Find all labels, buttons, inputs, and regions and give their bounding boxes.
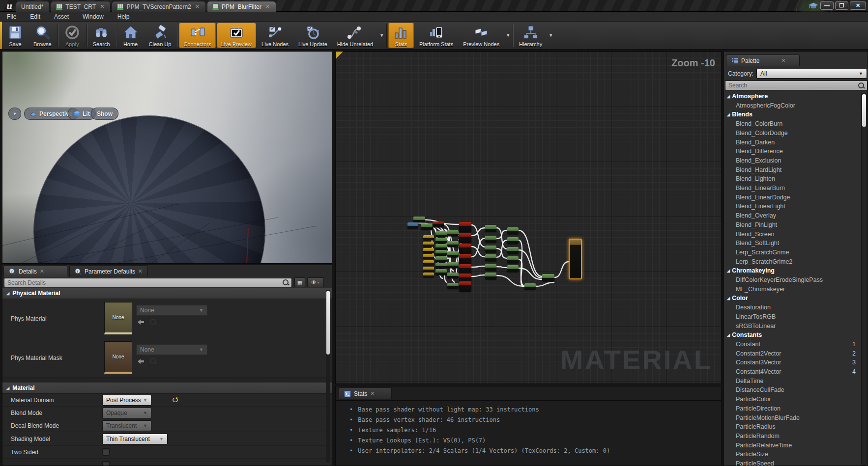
editor-tab-ppm-tvscreenpattern2[interactable]: PPM_TVScreenPattern2✕	[112, 1, 206, 12]
tab-details[interactable]: i Details ✕	[3, 265, 67, 277]
minimize-button[interactable]: —	[820, 1, 834, 10]
use-selected-arrow-icon[interactable]	[137, 319, 145, 326]
menu-window[interactable]: Window	[76, 12, 111, 22]
toolbar-button-platform-stats[interactable]: Platform Stats	[415, 23, 458, 48]
material-domain-dropdown[interactable]: Post Process▼	[102, 395, 151, 406]
palette-item-particlespeed[interactable]: ParticleSpeed	[724, 459, 863, 466]
chevron-down-icon[interactable]: ▼	[549, 33, 553, 38]
palette-item-distancecullfade[interactable]: DistanceCullFade	[724, 385, 863, 394]
phys-material-mask-thumbnail[interactable]: None	[104, 341, 132, 374]
graph-node[interactable]	[459, 264, 471, 274]
editor-tab-test-crt[interactable]: TEST_CRT✕	[51, 1, 111, 12]
palette-item-atmosphericfogcolor[interactable]: AtmosphericFogColor	[724, 101, 863, 110]
palette-item-srgbtolinear[interactable]: sRGBToLinear	[724, 322, 863, 330]
toolbar-button-hide-unrelated[interactable]: Hide Unrelated	[333, 23, 377, 48]
graph-node[interactable]	[447, 230, 459, 236]
category-dropdown[interactable]: All▼	[756, 69, 867, 79]
palette-item-lineartosrgb[interactable]: LinearTosRGB	[724, 312, 863, 321]
graph-node[interactable]	[485, 246, 496, 252]
toolbar-button-preview-nodes[interactable]: Preview Nodes	[459, 23, 504, 48]
graph-node[interactable]	[507, 265, 519, 272]
palette-item-blend-linearlight[interactable]: Blend_LinearLight	[724, 202, 863, 211]
palette-item-particlerandom[interactable]: ParticleRandom	[724, 432, 863, 440]
graph-node[interactable]	[507, 227, 519, 234]
palette-category-color[interactable]: ◢Color	[724, 294, 863, 302]
graph-node[interactable]	[423, 242, 434, 247]
material-graph[interactable]: Zoom -10 MATERIAL	[335, 51, 722, 384]
graph-node[interactable]	[507, 247, 519, 254]
preview-viewport[interactable]: ▼ Perspective Lit Show Z Y X	[2, 51, 332, 264]
palette-item-blend-overlay[interactable]: Blend_Overlay	[724, 211, 863, 220]
graph-node[interactable]	[413, 217, 425, 222]
close-icon[interactable]: ✕	[265, 3, 270, 10]
palette-item-blend-colordodge[interactable]: Blend_ColorDodge	[724, 129, 863, 137]
graph-node[interactable]	[447, 262, 459, 268]
palette-search-input[interactable]	[725, 82, 858, 89]
toolbar-button-browse[interactable]: Browse	[29, 23, 56, 48]
toolbar-button-live-preview[interactable]: Live Preview	[217, 23, 256, 48]
menu-edit[interactable]: Edit	[23, 12, 47, 22]
show-button[interactable]: Show	[91, 108, 118, 120]
graph-node[interactable]	[435, 256, 447, 262]
graph-node[interactable]	[485, 254, 496, 261]
browse-to-asset-icon[interactable]	[150, 319, 156, 325]
editor-tab-untitled[interactable]: Untitled*	[16, 1, 50, 12]
palette-item-lerp-scratchgrime[interactable]: Lerp_ScratchGrime	[724, 248, 863, 257]
graph-node[interactable]	[447, 273, 459, 278]
chevron-down-icon[interactable]: ▼	[506, 33, 510, 38]
graph-node[interactable]	[485, 273, 496, 279]
phys-material-mask-combo[interactable]: None▼	[136, 344, 207, 355]
palette-item-blend-exclusion[interactable]: Blend_Exclusion	[724, 156, 863, 165]
browse-to-asset-icon[interactable]	[150, 358, 156, 364]
palette-item-blend-lighten[interactable]: Blend_Lighten	[724, 174, 863, 183]
toolbar-button-live-nodes[interactable]: Live Nodes	[257, 23, 293, 48]
graph-node[interactable]	[435, 244, 447, 250]
graph-node[interactable]	[435, 263, 447, 269]
two-sided-checkbox[interactable]	[102, 448, 110, 456]
menu-asset[interactable]: Asset	[47, 12, 76, 22]
palette-category-atmosphere[interactable]: ◢Atmosphere	[724, 92, 863, 101]
palette-item-blend-pinlight[interactable]: Blend_PinLight	[724, 220, 863, 229]
palette-scrollbar[interactable]	[861, 93, 867, 466]
palette-item-blend-colorburn[interactable]: Blend_ColorBurn	[724, 119, 863, 128]
palette-item-mf-chromakeyer[interactable]: MF_Chromakeyer	[724, 285, 863, 294]
graph-node[interactable]	[459, 233, 471, 243]
palette-item-blend-lineardodge[interactable]: Blend_LinearDodge	[724, 193, 863, 202]
restore-button[interactable]: ❐	[835, 1, 848, 10]
graph-node[interactable]	[423, 235, 434, 240]
graph-node[interactable]	[435, 238, 447, 244]
graph-node[interactable]	[435, 250, 447, 256]
close-icon[interactable]: ✕	[195, 3, 200, 10]
property-matrix-icon[interactable]: ▦	[294, 277, 305, 287]
close-icon[interactable]: ✕	[781, 57, 785, 64]
tab-parameter-defaults[interactable]: i Parameter Defaults ✕	[69, 265, 148, 277]
graph-node[interactable]	[459, 222, 471, 232]
palette-item-particlemotionblurfade[interactable]: ParticleMotionBlurFade	[724, 413, 863, 422]
palette-category-blends[interactable]: ◢Blends	[724, 110, 863, 119]
graph-node[interactable]	[423, 273, 434, 277]
toolbar-button-connectors[interactable]: Connectors	[179, 23, 215, 48]
chevron-down-icon[interactable]: ▼	[379, 33, 384, 38]
palette-item-particledirection[interactable]: ParticleDirection	[724, 404, 863, 413]
graph-node[interactable]	[459, 254, 471, 264]
palette-item-constant3vector[interactable]: Constant3Vector3	[724, 358, 863, 367]
palette-category-constants[interactable]: ◢Constants	[724, 330, 863, 339]
graph-node[interactable]	[485, 236, 496, 243]
view-options-eye-icon[interactable]: 👁▼	[307, 277, 324, 287]
details-search-input[interactable]	[4, 279, 283, 286]
palette-item-particlerelativetime[interactable]: ParticleRelativeTime	[724, 441, 863, 450]
editor-tab-ppm-blurfilter[interactable]: PPM_BlurFilter✕	[207, 1, 276, 12]
palette-item-particlecolor[interactable]: ParticleColor	[724, 395, 863, 404]
toolbar-button-search[interactable]: Search	[88, 23, 115, 48]
palette-item-blend-hardlight[interactable]: Blend_HardLight	[724, 165, 863, 174]
graph-node[interactable]	[433, 221, 444, 227]
palette-item-constant4vector[interactable]: Constant4Vector4	[724, 367, 863, 376]
phys-material-combo[interactable]: None▼	[136, 305, 207, 316]
tutorial-cap-icon[interactable]	[808, 2, 819, 10]
graph-node[interactable]	[435, 269, 447, 275]
graph-node[interactable]	[507, 237, 519, 244]
toolbar-button-save[interactable]: Save	[2, 23, 28, 48]
graph-node[interactable]	[485, 225, 496, 232]
close-icon[interactable]: ✕	[138, 268, 143, 274]
palette-item-blend-screen[interactable]: Blend_Screen	[724, 230, 863, 239]
